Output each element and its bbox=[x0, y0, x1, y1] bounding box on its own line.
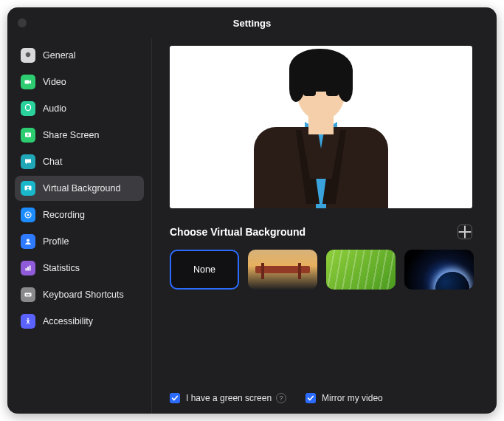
svg-rect-12 bbox=[26, 294, 27, 295]
sidebar-item-label: Chat bbox=[43, 157, 62, 167]
sidebar-item-chat[interactable]: Chat bbox=[15, 149, 144, 174]
mirror-video-checkbox[interactable]: Mirror my video bbox=[305, 393, 383, 403]
background-tile-label: None bbox=[193, 264, 215, 275]
sidebar-item-profile[interactable]: Profile bbox=[15, 229, 144, 254]
svg-rect-14 bbox=[28, 294, 29, 295]
video-preview bbox=[170, 46, 472, 208]
sidebar-item-audio[interactable]: Audio bbox=[15, 96, 144, 121]
sidebar-item-virtual-background[interactable]: Virtual Background bbox=[15, 176, 144, 201]
background-tiles: None bbox=[170, 250, 472, 290]
vb-icon bbox=[21, 181, 35, 196]
sidebar-item-video[interactable]: Video bbox=[15, 69, 144, 95]
sidebar-item-general[interactable]: General bbox=[15, 43, 144, 68]
sidebar-item-label: Statistics bbox=[43, 263, 80, 273]
section-title: Choose Virtual Background bbox=[170, 226, 305, 238]
sidebar-item-label: Virtual Background bbox=[43, 183, 120, 194]
svg-point-7 bbox=[27, 239, 30, 242]
section-header: Choose Virtual Background bbox=[170, 225, 472, 239]
svg-rect-15 bbox=[30, 294, 30, 295]
plus-icon bbox=[458, 225, 472, 239]
svg-rect-9 bbox=[27, 267, 29, 271]
svg-point-6 bbox=[27, 214, 30, 216]
chat-icon bbox=[21, 154, 35, 169]
background-tile-grass[interactable] bbox=[326, 250, 396, 290]
sunglasses-icon bbox=[303, 84, 339, 96]
sidebar-item-label: Video bbox=[43, 77, 66, 87]
sidebar-item-label: Audio bbox=[43, 103, 66, 114]
sidebar: GeneralVideoAudioShare ScreenChatVirtual… bbox=[7, 38, 152, 414]
sidebar-item-accessibility[interactable]: Accessibility bbox=[15, 309, 144, 334]
svg-rect-1 bbox=[25, 81, 30, 84]
checkbox-checked-icon bbox=[170, 393, 180, 403]
svg-point-4 bbox=[27, 187, 29, 188]
audio-icon bbox=[21, 101, 35, 116]
accessibility-icon bbox=[21, 314, 35, 329]
share-icon bbox=[21, 128, 35, 143]
keyboard-icon bbox=[21, 287, 35, 302]
sidebar-item-label: Keyboard Shortcuts bbox=[43, 290, 124, 300]
titlebar: Settings bbox=[7, 7, 497, 38]
background-tile-space[interactable] bbox=[404, 250, 474, 290]
sidebar-item-label: General bbox=[43, 50, 75, 61]
avatar bbox=[229, 47, 413, 208]
window-title: Settings bbox=[7, 18, 497, 29]
checkbox-checked-icon bbox=[305, 393, 316, 403]
green-screen-label: I have a green screen bbox=[186, 393, 272, 403]
record-icon bbox=[21, 208, 35, 222]
green-screen-checkbox[interactable]: I have a green screen ? bbox=[170, 393, 286, 403]
svg-rect-16 bbox=[27, 295, 30, 296]
svg-rect-10 bbox=[30, 266, 31, 271]
sidebar-item-share-screen[interactable]: Share Screen bbox=[15, 123, 144, 148]
sidebar-item-label: Accessibility bbox=[43, 316, 93, 326]
gear-icon bbox=[21, 48, 35, 63]
sidebar-item-keyboard-shortcuts[interactable]: Keyboard Shortcuts bbox=[15, 282, 144, 307]
add-background-button[interactable] bbox=[458, 225, 472, 239]
svg-point-17 bbox=[27, 318, 29, 320]
background-tile-bridge[interactable] bbox=[248, 250, 317, 290]
video-icon bbox=[21, 75, 35, 89]
help-icon[interactable]: ? bbox=[276, 393, 286, 403]
sidebar-item-recording[interactable]: Recording bbox=[15, 202, 144, 227]
stats-icon bbox=[21, 261, 35, 275]
sidebar-item-label: Recording bbox=[43, 210, 85, 220]
mirror-video-label: Mirror my video bbox=[322, 393, 383, 403]
sidebar-item-statistics[interactable]: Statistics bbox=[15, 256, 144, 281]
settings-window: Settings GeneralVideoAudioShare ScreenCh… bbox=[7, 7, 497, 414]
bottom-options: I have a green screen ? Mirror my video bbox=[170, 378, 479, 403]
sidebar-item-label: Share Screen bbox=[43, 130, 99, 140]
background-tile-none[interactable]: None bbox=[170, 250, 239, 290]
window-body: GeneralVideoAudioShare ScreenChatVirtual… bbox=[7, 38, 497, 414]
sidebar-item-label: Profile bbox=[43, 236, 69, 247]
svg-rect-8 bbox=[26, 268, 27, 271]
svg-rect-13 bbox=[27, 294, 28, 295]
main-panel: Choose Virtual Background None I have a … bbox=[152, 38, 497, 414]
profile-icon bbox=[21, 234, 35, 249]
